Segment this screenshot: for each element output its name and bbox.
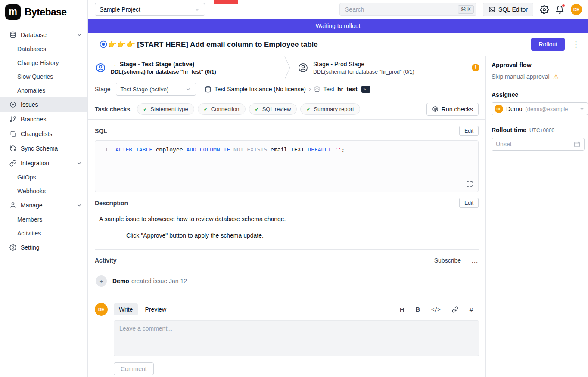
stage-select[interactable]: Test Stage (active) bbox=[116, 83, 196, 96]
approval-flow-value: Skip manual approval bbox=[492, 73, 550, 80]
search-input[interactable] bbox=[344, 6, 458, 13]
chevron-down-icon bbox=[76, 32, 82, 38]
sidebar-item-branches[interactable]: Branches bbox=[0, 112, 87, 127]
assignee-email: (demo@example bbox=[525, 106, 576, 112]
sidebar-item-change-history[interactable]: Change History bbox=[0, 56, 87, 70]
subscribe-button[interactable]: Subscribe bbox=[434, 257, 461, 264]
sidebar-item-webhooks[interactable]: Webhooks bbox=[0, 184, 87, 198]
check-pill-statement-type[interactable]: ✓ Statement type bbox=[137, 103, 194, 115]
rollout-time-input[interactable]: Unset bbox=[492, 138, 585, 151]
format-link-icon[interactable] bbox=[452, 306, 458, 313]
stage-select-value: Test Stage (active) bbox=[121, 86, 169, 93]
format-code-icon[interactable]: </> bbox=[431, 306, 441, 312]
sql-section: SQL Edit 1 ALTER TABLE employee ADD COLU… bbox=[88, 120, 485, 192]
more-options-icon[interactable]: … bbox=[471, 256, 479, 264]
database-cylinder-icon bbox=[314, 86, 320, 92]
open-sql-editor-icon[interactable]: >_ bbox=[361, 86, 370, 93]
banner-text: Waiting to rollout bbox=[316, 22, 361, 29]
search-box[interactable]: ⌘ K bbox=[339, 3, 476, 16]
sidebar-item-activities[interactable]: Activities bbox=[0, 226, 87, 240]
breadcrumb-separator: › bbox=[309, 86, 311, 93]
format-bold-icon[interactable]: B bbox=[416, 306, 420, 313]
chevron-down-icon bbox=[194, 6, 200, 13]
description-edit-button[interactable]: Edit bbox=[459, 198, 479, 208]
rollout-timezone: UTC+0800 bbox=[529, 127, 554, 133]
chevron-down-icon bbox=[76, 160, 82, 166]
sql-statement: ALTER TABLE employee ADD COLUMN IF NOT E… bbox=[115, 145, 345, 154]
expand-icon[interactable] bbox=[466, 180, 473, 187]
database-name-link[interactable]: hr_test bbox=[337, 86, 358, 93]
rollout-button[interactable]: Rollout bbox=[531, 38, 565, 51]
sidebar: m Bytebase Database Databases Change His… bbox=[0, 0, 88, 377]
check-pill-summary-report[interactable]: ✓ Summary report bbox=[300, 103, 360, 115]
stage-card-test[interactable]: → Stage - Test Stage (active) DDL(schema… bbox=[88, 56, 284, 79]
sidebar-item-manage[interactable]: Manage bbox=[0, 198, 87, 213]
sidebar-item-integration[interactable]: Integration bbox=[0, 156, 87, 170]
check-pill-sql-review[interactable]: ✓ SQL review bbox=[249, 103, 297, 115]
sidebar-item-database[interactable]: Database bbox=[0, 28, 87, 42]
description-section: Description Edit A sample issue to showc… bbox=[88, 192, 485, 250]
issue-header: 👉👉👉 [START HERE] Add email column to Emp… bbox=[88, 33, 588, 56]
assignee-heading: Assignee bbox=[492, 91, 588, 98]
assignee-name: Demo bbox=[506, 105, 522, 112]
sql-edit-button[interactable]: Edit bbox=[459, 126, 479, 136]
sql-code-panel[interactable]: 1 ALTER TABLE employee ADD COLUMN IF NOT… bbox=[95, 140, 479, 192]
format-heading-icon[interactable]: H bbox=[400, 306, 404, 313]
kebab-menu-icon[interactable]: ⋮ bbox=[572, 40, 580, 48]
main-content: → Stage - Test Stage (active) DDL(schema… bbox=[88, 56, 486, 377]
approval-flow-heading: Approval flow bbox=[492, 62, 588, 68]
task-count: (0/1) bbox=[205, 69, 216, 75]
sidebar-item-anomalies[interactable]: Anomalies bbox=[0, 83, 87, 97]
comment-button[interactable]: Comment bbox=[114, 362, 154, 375]
assignee-avatar: DE bbox=[495, 105, 503, 113]
database-icon bbox=[9, 31, 16, 38]
git-branch-icon bbox=[9, 116, 16, 123]
sidebar-item-slow-queries[interactable]: Slow Queries bbox=[0, 70, 87, 83]
activity-entry: + Demo created issue Jan 12 bbox=[96, 275, 479, 287]
stage-separator bbox=[284, 56, 290, 79]
instance-name-link[interactable]: Test Sample Instance (No license) bbox=[215, 86, 306, 93]
sidebar-nav: Database Databases Change History Slow Q… bbox=[0, 24, 87, 255]
sidebar-item-setting[interactable]: Setting bbox=[0, 240, 87, 255]
sql-editor-button[interactable]: SQL Editor bbox=[483, 3, 533, 16]
terminal-icon bbox=[488, 6, 495, 13]
stage-person-icon bbox=[298, 63, 308, 73]
warning-triangle-icon: ⚠ bbox=[553, 74, 559, 80]
tab-write[interactable]: Write bbox=[114, 303, 138, 315]
sidebar-item-gitops[interactable]: GitOps bbox=[0, 170, 87, 184]
settings-gear-icon[interactable] bbox=[540, 5, 549, 14]
run-checks-button[interactable]: Run checks bbox=[426, 103, 479, 116]
assignee-select[interactable]: DE Demo (demo@example bbox=[492, 102, 588, 115]
stage-name[interactable]: Stage - Test Stage (active) bbox=[120, 61, 194, 68]
sidebar-item-databases[interactable]: Databases bbox=[0, 42, 87, 56]
task-name: DDL(schema) for database "hr_prod" (0/1) bbox=[313, 69, 414, 75]
bytebase-logo[interactable]: m Bytebase bbox=[0, 0, 87, 24]
sidebar-item-sync-schema[interactable]: Sync Schema bbox=[0, 141, 87, 156]
run-checks-icon bbox=[432, 106, 439, 112]
format-hash-icon[interactable]: # bbox=[470, 306, 473, 313]
postgres-icon bbox=[205, 86, 212, 93]
sidebar-item-issues[interactable]: Issues bbox=[0, 97, 87, 112]
description-body: A sample issue to showcase how to review… bbox=[95, 209, 479, 250]
sidebar-item-members[interactable]: Members bbox=[0, 213, 87, 226]
project-select-value: Sample Project bbox=[100, 6, 140, 13]
check-pill-connection[interactable]: ✓ Connection bbox=[198, 103, 246, 115]
issue-status-icon bbox=[99, 40, 108, 49]
stage-card-prod[interactable]: Stage - Prod Stage DDL(schema) for datab… bbox=[290, 56, 485, 79]
activity-user[interactable]: Demo bbox=[112, 278, 129, 284]
stage-strip: → Stage - Test Stage (active) DDL(schema… bbox=[88, 56, 485, 79]
comment-input[interactable] bbox=[114, 320, 479, 356]
check-icon: ✓ bbox=[255, 106, 259, 112]
task-name[interactable]: DDL(schema) for database "hr_test" bbox=[111, 69, 203, 75]
tab-preview[interactable]: Preview bbox=[140, 303, 171, 315]
project-select[interactable]: Sample Project bbox=[95, 3, 205, 16]
user-avatar[interactable]: DE bbox=[571, 4, 582, 15]
sidebar-item-changelists[interactable]: Changelists bbox=[0, 127, 87, 141]
red-ribbon bbox=[214, 0, 238, 4]
sql-heading: SQL bbox=[95, 127, 107, 134]
chevron-down-icon bbox=[76, 202, 82, 208]
activity-section: Activity Subscribe … + Demo created issu… bbox=[88, 250, 485, 375]
calendar-icon bbox=[574, 141, 580, 148]
line-number: 1 bbox=[100, 145, 108, 154]
notifications-bell-icon[interactable] bbox=[555, 5, 564, 14]
